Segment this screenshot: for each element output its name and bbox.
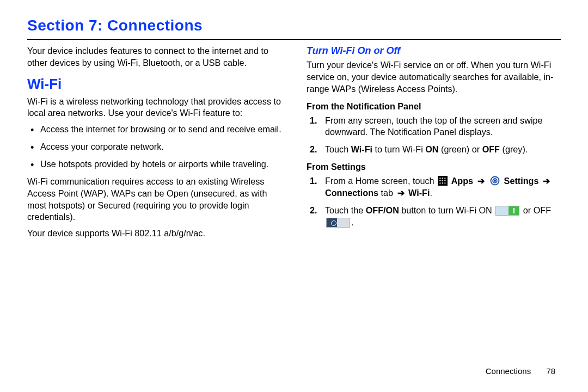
bold-text: Wi-Fi [351, 144, 372, 154]
wap-text: Wi-Fi communication requires access to a… [27, 176, 281, 223]
list-item: Use hotspots provided by hotels or airpo… [30, 158, 281, 170]
from-settings-heading: From Settings [307, 161, 561, 173]
bold-text: OFF [482, 144, 500, 154]
list-item: Touch Wi-Fi to turn Wi-Fi ON (green) or … [310, 144, 561, 156]
text: (green) or [439, 144, 482, 154]
text: (grey). [500, 144, 528, 154]
svg-point-2 [494, 180, 495, 181]
text: From a Home screen, touch [325, 176, 437, 186]
from-notification-heading: From the Notification Panel [307, 101, 561, 113]
arrow-icon: ➔ [397, 188, 405, 198]
list-item: Access the internet for browsing or to s… [30, 124, 281, 136]
settings-gear-icon [489, 175, 500, 186]
bold-text: Apps [451, 176, 473, 186]
intro-text: Your device includes features to connect… [27, 45, 281, 69]
section-title: Section 7: Connections [27, 15, 561, 36]
bold-text: Connections [325, 188, 378, 198]
list-item: Touch the OFF/ON button to turn Wi-Fi ON… [310, 205, 561, 229]
text: to turn Wi-Fi [372, 144, 425, 154]
list-item: From any screen, touch the top of the sc… [310, 115, 561, 139]
toggle-on-icon [495, 206, 519, 216]
text: Touch the [325, 205, 366, 215]
list-item: From a Home screen, touch Apps ➔ Setting… [310, 175, 561, 199]
wifi-bullet-list: Access the internet for browsing or to s… [27, 124, 281, 170]
arrow-icon: ➔ [477, 176, 485, 186]
page-number: 78 [546, 366, 555, 376]
right-column: Turn Wi-Fi On or Off Turn your device's … [307, 44, 561, 244]
bold-text: Wi-Fi [408, 188, 430, 198]
toggle-off-icon [326, 218, 350, 228]
wifi-heading: Wi-Fi [27, 75, 281, 94]
wifi-intro: Wi-Fi is a wireless networking technolog… [27, 96, 281, 120]
settings-steps: From a Home screen, touch Apps ➔ Setting… [307, 175, 561, 228]
text: button to turn Wi-Fi ON [399, 205, 494, 215]
horizontal-rule [27, 39, 561, 40]
two-column-layout: Your device includes features to connect… [27, 44, 561, 244]
list-item: Access your corporate network. [30, 141, 281, 153]
text: or OFF [520, 205, 551, 215]
bold-text: Settings [504, 176, 539, 186]
page-footer: Connections 78 [486, 366, 555, 377]
turn-wifi-heading: Turn Wi-Fi On or Off [307, 44, 561, 57]
text: . [351, 217, 354, 227]
turn-wifi-intro: Turn your device's Wi-Fi service on or o… [307, 59, 561, 95]
text: . [430, 188, 432, 198]
text: tab [378, 188, 396, 198]
arrow-icon: ➔ [543, 176, 550, 186]
wifi-spec: Your device supports Wi-Fi 802.11 a/b/g/… [27, 228, 281, 240]
apps-grid-icon [438, 176, 448, 186]
bold-text: ON [425, 144, 438, 154]
page: Section 7: Connections Your device inclu… [0, 0, 588, 244]
footer-chapter: Connections [486, 366, 531, 376]
text: Touch [325, 144, 351, 154]
notification-steps: From any screen, touch the top of the sc… [307, 115, 561, 156]
left-column: Your device includes features to connect… [27, 44, 281, 244]
bold-text: OFF/ON [366, 205, 399, 215]
